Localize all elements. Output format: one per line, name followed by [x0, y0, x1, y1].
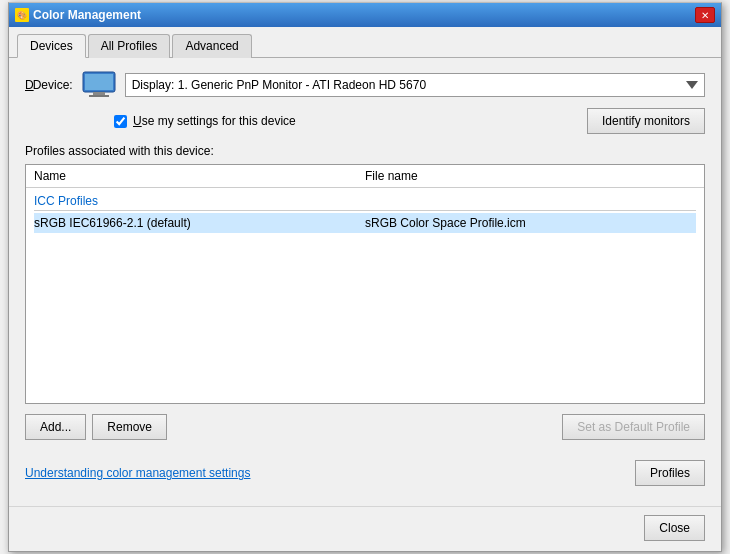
use-my-settings-checkbox[interactable] [114, 115, 127, 128]
svg-rect-1 [85, 74, 113, 90]
svg-rect-2 [93, 92, 105, 95]
device-select[interactable]: Display: 1. Generic PnP Monitor - ATI Ra… [125, 73, 705, 97]
set-default-button[interactable]: Set as Default Profile [562, 414, 705, 440]
device-row: DDevice: Display: 1. Generic PnP Monitor… [25, 70, 705, 100]
title-bar: 🎨 Color Management ✕ [9, 3, 721, 27]
profiles-section: Profiles associated with this device: Na… [25, 144, 705, 440]
device-label: DDevice: [25, 78, 73, 92]
tab-content: DDevice: Display: 1. Generic PnP Monitor… [9, 58, 721, 498]
main-window: 🎨 Color Management ✕ Devices All Profile… [8, 2, 722, 552]
column-filename-header: File name [365, 169, 696, 183]
checkbox-row: Use my settings for this device Identify… [114, 108, 705, 134]
tab-all-profiles[interactable]: All Profiles [88, 34, 171, 58]
profiles-table: Name File name ICC Profiles sRGB IEC6196… [25, 164, 705, 404]
window-title: Color Management [33, 8, 141, 22]
profile-row[interactable]: sRGB IEC61966-2.1 (default) sRGB Color S… [34, 213, 696, 233]
device-select-container: Display: 1. Generic PnP Monitor - ATI Ra… [125, 73, 705, 97]
footer-row: Understanding color management settings … [25, 452, 705, 486]
identify-monitors-button[interactable]: Identify monitors [587, 108, 705, 134]
add-button[interactable]: Add... [25, 414, 86, 440]
tab-advanced[interactable]: Advanced [172, 34, 251, 58]
profile-filename: sRGB Color Space Profile.icm [365, 216, 696, 230]
tab-devices[interactable]: Devices [17, 34, 86, 58]
app-icon: 🎨 [15, 8, 29, 22]
monitor-icon [81, 70, 117, 100]
profiles-section-label: Profiles associated with this device: [25, 144, 705, 158]
title-controls: ✕ [695, 7, 715, 23]
svg-rect-3 [89, 95, 109, 97]
table-header: Name File name [26, 165, 704, 188]
close-button[interactable]: ✕ [695, 7, 715, 23]
profile-name: sRGB IEC61966-2.1 (default) [34, 216, 365, 230]
tab-bar: Devices All Profiles Advanced [9, 27, 721, 58]
close-row: Close [9, 506, 721, 551]
action-buttons: Add... Remove Set as Default Profile [25, 414, 705, 440]
column-name-header: Name [34, 169, 365, 183]
close-dialog-button[interactable]: Close [644, 515, 705, 541]
understanding-link[interactable]: Understanding color management settings [25, 466, 250, 480]
use-my-settings-label: Use my settings for this device [133, 114, 296, 128]
title-bar-left: 🎨 Color Management [15, 8, 141, 22]
remove-button[interactable]: Remove [92, 414, 167, 440]
table-body: ICC Profiles sRGB IEC61966-2.1 (default)… [26, 188, 704, 237]
icc-group-label: ICC Profiles [34, 192, 696, 211]
profiles-button[interactable]: Profiles [635, 460, 705, 486]
